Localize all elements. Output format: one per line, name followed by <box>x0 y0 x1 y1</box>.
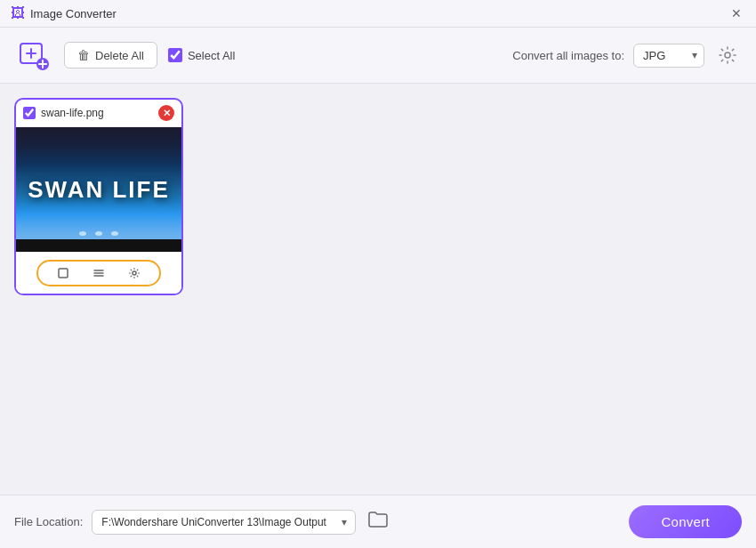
edit-button[interactable] <box>87 265 110 281</box>
file-path-select[interactable]: F:\Wondershare UniConverter 13\Image Out… <box>92 510 356 535</box>
card-filename: swan-life.png <box>41 107 153 119</box>
swan-dot-1 <box>79 231 86 236</box>
file-location-label: File Location: <box>14 515 83 528</box>
swan-image-text: SWAN LIFE <box>28 176 170 204</box>
file-path-select-wrapper: F:\Wondershare UniConverter 13\Image Out… <box>92 510 356 535</box>
swan-dot-3 <box>111 231 118 236</box>
main-content: swan-life.png ✕ SWAN LIFE <box>0 84 756 495</box>
title-bar: 🖼 Image Converter ✕ <box>0 0 756 28</box>
app-icon: 🖼 <box>11 5 25 21</box>
card-remove-button[interactable]: ✕ <box>158 105 174 121</box>
convert-all-label: Convert all images to: <box>512 49 624 62</box>
bottom-bar: File Location: F:\Wondershare UniConvert… <box>0 495 756 548</box>
toolbar: 🗑 Delete All Select All Convert all imag… <box>0 28 756 84</box>
card-toolbar-inner <box>36 260 161 286</box>
file-location-container: File Location: F:\Wondershare UniConvert… <box>14 508 391 536</box>
svg-rect-7 <box>59 269 68 278</box>
image-card-header: swan-life.png ✕ <box>16 100 181 127</box>
select-all-label: Select All <box>188 49 235 62</box>
swan-silhouettes <box>16 231 181 236</box>
swan-image: SWAN LIFE <box>16 127 181 252</box>
letterbox-bottom <box>16 239 181 252</box>
image-grid: swan-life.png ✕ SWAN LIFE <box>14 98 742 295</box>
card-checkbox[interactable] <box>23 107 36 119</box>
delete-all-label: Delete All <box>95 49 144 62</box>
svg-point-11 <box>133 271 136 275</box>
crop-button[interactable] <box>52 265 75 281</box>
delete-all-button[interactable]: 🗑 Delete All <box>64 42 157 68</box>
toolbar-right: Convert all images to: JPG PNG BMP TIFF … <box>512 41 742 69</box>
swan-dot-2 <box>95 231 102 236</box>
trash-icon: 🗑 <box>77 48 90 62</box>
app-title: Image Converter <box>30 7 117 20</box>
svg-point-6 <box>725 52 730 58</box>
select-all-container[interactable]: Select All <box>168 48 235 62</box>
output-settings-button[interactable] <box>713 41 742 69</box>
convert-button[interactable]: Convert <box>629 505 742 538</box>
format-select[interactable]: JPG PNG BMP TIFF WEBP GIF <box>633 44 704 68</box>
select-all-checkbox[interactable] <box>168 48 182 62</box>
image-card: swan-life.png ✕ SWAN LIFE <box>14 98 183 295</box>
image-preview: SWAN LIFE <box>16 127 181 252</box>
browse-folder-button[interactable] <box>365 508 391 536</box>
format-select-wrapper: JPG PNG BMP TIFF WEBP GIF <box>633 44 704 68</box>
settings-card-button[interactable] <box>123 265 146 281</box>
toolbar-left: 🗑 Delete All Select All <box>14 36 502 75</box>
card-toolbar <box>16 252 181 294</box>
close-button[interactable]: ✕ <box>728 4 745 22</box>
add-image-button[interactable] <box>14 36 53 75</box>
title-bar-left: 🖼 Image Converter <box>11 5 117 21</box>
